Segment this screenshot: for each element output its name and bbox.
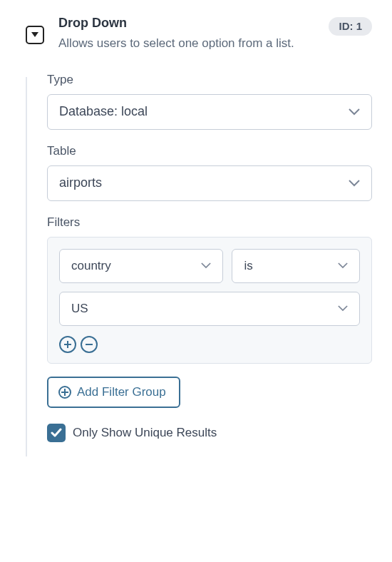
minus-icon bbox=[86, 344, 93, 345]
dropdown-component-icon bbox=[26, 26, 44, 44]
add-filter-group-label: Add Filter Group bbox=[77, 385, 166, 399]
plus-circle-icon bbox=[58, 386, 71, 399]
filter-group-box: country is US bbox=[47, 237, 372, 364]
component-id-badge: ID: 1 bbox=[329, 17, 372, 36]
component-header: Drop Down Allows users to select one opt… bbox=[0, 0, 392, 60]
unique-results-label: Only Show Unique Results bbox=[73, 426, 217, 440]
chevron-down-icon bbox=[201, 262, 211, 269]
filter-operator-value: is bbox=[244, 259, 252, 273]
component-description: Allows users to select one option from a… bbox=[58, 35, 314, 53]
component-title: Drop Down bbox=[58, 16, 314, 31]
table-label: Table bbox=[47, 144, 372, 158]
type-select[interactable]: Database: local bbox=[47, 94, 372, 130]
type-label: Type bbox=[47, 73, 372, 87]
remove-filter-button[interactable] bbox=[81, 336, 98, 353]
svg-marker-0 bbox=[31, 32, 38, 37]
chevron-down-icon bbox=[338, 262, 348, 269]
component-header-text: Drop Down Allows users to select one opt… bbox=[58, 16, 314, 53]
filter-column-select[interactable]: country bbox=[59, 249, 223, 283]
add-filter-group-button[interactable]: Add Filter Group bbox=[47, 377, 180, 408]
filter-value-select[interactable]: US bbox=[59, 292, 360, 326]
table-select-value: airports bbox=[59, 175, 102, 190]
section-divider bbox=[26, 77, 27, 456]
table-select[interactable]: airports bbox=[47, 165, 372, 201]
add-filter-button[interactable] bbox=[59, 336, 76, 353]
unique-results-checkbox[interactable] bbox=[47, 424, 66, 442]
chevron-down-icon bbox=[338, 305, 348, 312]
filter-operator-select[interactable]: is bbox=[232, 249, 360, 283]
plus-icon bbox=[64, 341, 71, 348]
type-select-value: Database: local bbox=[59, 104, 148, 119]
chevron-down-icon bbox=[349, 180, 360, 187]
filter-column-value: country bbox=[71, 259, 111, 273]
chevron-down-icon bbox=[349, 108, 360, 116]
filters-label: Filters bbox=[47, 215, 372, 230]
check-icon bbox=[51, 428, 62, 438]
filter-value-value: US bbox=[71, 302, 88, 316]
